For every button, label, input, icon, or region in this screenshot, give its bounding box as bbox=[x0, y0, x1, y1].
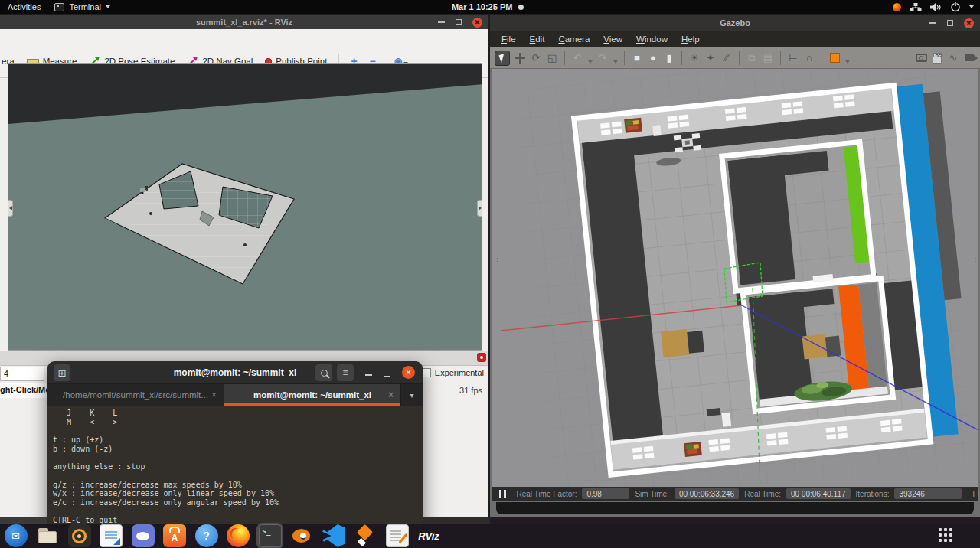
panel-collapse-right[interactable]: ⋮ bbox=[972, 256, 976, 260]
camera-icon bbox=[916, 54, 927, 62]
volume-icon bbox=[930, 2, 942, 12]
rotate-tool-button[interactable]: ⟳ bbox=[530, 51, 542, 66]
menu-view[interactable]: View bbox=[596, 32, 629, 46]
app-menu-button[interactable]: Terminal bbox=[54, 2, 110, 11]
menu-edit[interactable]: Edit bbox=[523, 32, 552, 46]
copy-button[interactable]: ⧉ bbox=[746, 51, 758, 66]
menu-button[interactable]: ≡ bbox=[337, 364, 354, 381]
dock-item-help[interactable]: ? bbox=[194, 524, 218, 548]
redo-icon: ↷ bbox=[599, 52, 607, 64]
dock-item-text-editor[interactable] bbox=[385, 524, 409, 548]
dock-item-discord[interactable] bbox=[131, 524, 155, 548]
help-icon: ? bbox=[195, 524, 218, 547]
gazebo-scene bbox=[492, 69, 978, 487]
video-record-button[interactable] bbox=[963, 51, 975, 66]
rviz-3d-viewport[interactable] bbox=[8, 63, 482, 351]
terminal-titlebar[interactable]: ⊞ momit@momit: ~/summit_xl ≡ × bbox=[47, 361, 423, 384]
maximize-icon[interactable] bbox=[456, 19, 462, 25]
chevron-down-icon[interactable] bbox=[845, 60, 850, 64]
terminal-line bbox=[53, 453, 423, 462]
record-button[interactable] bbox=[477, 353, 486, 362]
screenshot-button[interactable] bbox=[915, 51, 927, 66]
maximize-icon[interactable] bbox=[947, 20, 953, 26]
dock-strip bbox=[423, 517, 490, 524]
minimize-icon[interactable] bbox=[365, 374, 372, 376]
undo-button[interactable]: ↶ bbox=[571, 51, 583, 66]
gazebo-titlebar[interactable]: Gazebo bbox=[490, 15, 980, 31]
log-record-button[interactable]: LOG bbox=[931, 51, 943, 66]
dock-item-rhythmbox[interactable] bbox=[67, 524, 91, 548]
close-icon[interactable]: × bbox=[402, 366, 415, 379]
plot-button[interactable]: ∿ bbox=[947, 51, 959, 66]
minimize-icon[interactable] bbox=[438, 21, 445, 23]
directional-light-button[interactable]: ⁄⁄ bbox=[720, 51, 733, 66]
rviz-titlebar[interactable]: summit_xl_a.rviz* - RViz bbox=[0, 15, 488, 29]
activities-button[interactable]: Activities bbox=[8, 2, 41, 11]
select-tool-button[interactable] bbox=[495, 51, 510, 66]
terminal-line bbox=[53, 471, 423, 481]
checkbox-icon[interactable] bbox=[422, 368, 431, 377]
insert-sphere-button[interactable]: ● bbox=[647, 51, 659, 66]
maximize-icon[interactable] bbox=[384, 370, 390, 377]
rtf-value: 0.98 bbox=[582, 488, 629, 499]
sim-time-value: 00 00:06:33.246 bbox=[675, 488, 739, 499]
dock-item-terminal[interactable]: >_ bbox=[258, 524, 282, 548]
tab-close-icon[interactable]: × bbox=[211, 390, 217, 400]
app-grid-icon bbox=[939, 528, 942, 531]
view-angle-button[interactable] bbox=[828, 51, 841, 66]
dock-item-files[interactable] bbox=[36, 524, 60, 548]
chevron-down-icon[interactable] bbox=[613, 60, 618, 64]
copy-icon: ⧉ bbox=[748, 52, 755, 64]
dock-item-firefox[interactable] bbox=[227, 524, 250, 548]
gazebo-toolbar: ⟳ ◱ ↶ ↷ ■ ● ▮ ☀ ✦ ⁄⁄ ⧉ ▤ ⊨ ∩ LOG bbox=[490, 47, 980, 69]
dock-item-thunderbird[interactable]: ✉ bbox=[4, 524, 28, 548]
time-field[interactable]: 4 bbox=[0, 367, 44, 381]
snap-tool-button[interactable]: ∩ bbox=[803, 51, 815, 66]
paste-button[interactable]: ▤ bbox=[762, 51, 774, 66]
menu-help[interactable]: Help bbox=[675, 32, 707, 46]
point-light-button[interactable]: ☀ bbox=[688, 51, 701, 66]
panel-collapse-right[interactable] bbox=[477, 200, 482, 217]
text-editor-icon bbox=[386, 524, 409, 547]
insert-box-button[interactable]: ■ bbox=[631, 51, 643, 66]
dock: ✉ A ? >_ bbox=[0, 517, 980, 548]
menu-file[interactable]: File bbox=[495, 32, 523, 46]
redo-button[interactable]: ↷ bbox=[596, 51, 609, 66]
chevron-down-icon bbox=[106, 5, 110, 8]
dock-item-ubuntu-software[interactable]: A bbox=[163, 524, 187, 548]
dock-item-gazebo[interactable] bbox=[354, 524, 377, 548]
panel-collapse-left[interactable]: ⋮ bbox=[494, 256, 498, 260]
menu-window[interactable]: Window bbox=[629, 32, 675, 46]
chevron-down-icon[interactable] bbox=[588, 60, 593, 64]
clock-label: Mar 1 10:25 PM bbox=[452, 2, 512, 11]
terminal-line: w/x : increase/decrease only linear spee… bbox=[53, 489, 423, 498]
tab-close-icon[interactable]: × bbox=[388, 390, 394, 400]
magnet-icon: ∩ bbox=[805, 52, 812, 64]
translate-tool-button[interactable] bbox=[514, 51, 526, 66]
clock-button[interactable]: Mar 1 10:25 PM bbox=[452, 2, 524, 11]
menu-camera[interactable]: Camera bbox=[551, 32, 596, 46]
minimize-icon[interactable] bbox=[929, 22, 936, 24]
dock-item-rviz[interactable]: RViz bbox=[417, 524, 441, 548]
align-tool-button[interactable]: ⊨ bbox=[787, 51, 799, 66]
system-tray[interactable] bbox=[893, 0, 974, 14]
desktop: summit_xl_a.rviz* - RViz era Measure bbox=[0, 0, 980, 548]
panel-collapse-left[interactable] bbox=[8, 200, 13, 217]
tab-list-button[interactable]: ▾ bbox=[401, 384, 423, 406]
show-applications-button[interactable] bbox=[939, 528, 954, 543]
scale-tool-button[interactable]: ◱ bbox=[546, 51, 558, 66]
tab-summit-src[interactable]: /home/momit/summit_xl/src/summit... × bbox=[47, 384, 224, 406]
tab-summit-xl[interactable]: momit@momit: ~/summit_xl × bbox=[224, 384, 401, 406]
dock-item-vscode[interactable] bbox=[322, 524, 345, 548]
search-icon bbox=[321, 370, 328, 377]
dock-item-libreoffice-writer[interactable] bbox=[100, 524, 123, 548]
pause-button[interactable] bbox=[499, 490, 506, 498]
insert-cylinder-button[interactable]: ▮ bbox=[663, 51, 675, 66]
spot-light-button[interactable]: ✦ bbox=[704, 51, 717, 66]
dock-item-blender[interactable] bbox=[290, 524, 314, 548]
gazebo-3d-viewport[interactable]: ⋮ ⋮ bbox=[492, 69, 978, 487]
close-icon[interactable] bbox=[472, 18, 482, 28]
app-menu-label: Terminal bbox=[69, 2, 101, 11]
search-button[interactable] bbox=[315, 364, 332, 381]
close-icon[interactable] bbox=[964, 18, 974, 28]
